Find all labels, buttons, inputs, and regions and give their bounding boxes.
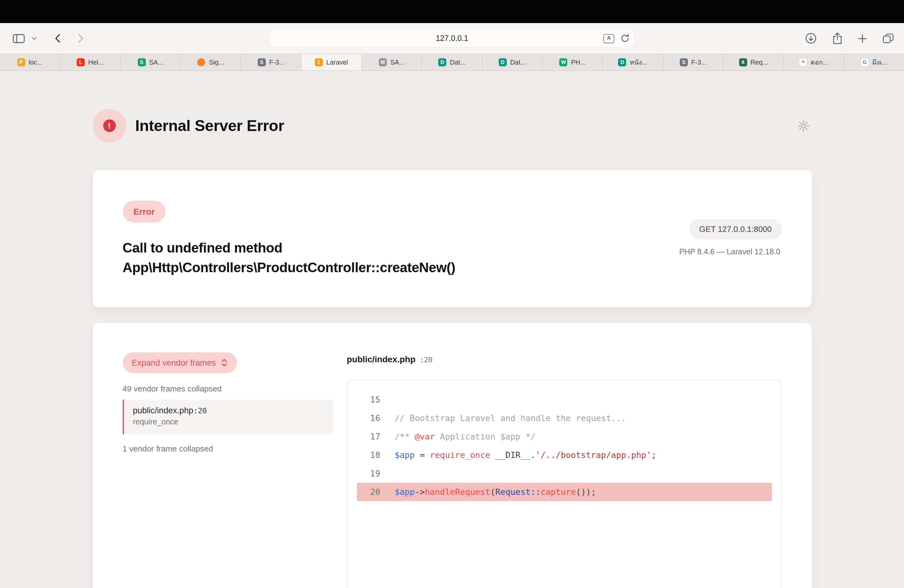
- laravel-favicon: L: [77, 58, 85, 66]
- tab-label: Dat...: [450, 59, 466, 66]
- s-gray-favicon: S: [680, 58, 687, 66]
- code-line: 19: [357, 464, 772, 482]
- plus-icon: [858, 34, 867, 43]
- browser-tab[interactable]: Dหนัง...: [603, 54, 663, 70]
- screen: 127.0.0.1 A: [0, 0, 904, 588]
- line-number: 15: [357, 390, 380, 409]
- expand-vendor-frames-button[interactable]: Expand vendor frames: [122, 352, 237, 373]
- browser-tab[interactable]: DDat...: [482, 54, 543, 70]
- page-background: ! Internal Server Error Error Call to un…: [0, 71, 904, 588]
- chevron-down-icon: [32, 36, 37, 40]
- tab-overview-button[interactable]: [880, 31, 896, 46]
- code-content: /** @var Application $app */: [395, 427, 535, 446]
- code-block: 1516// Bootstrap Laravel and handle the …: [347, 380, 782, 588]
- chevrons-up-down-icon: [221, 358, 228, 367]
- excel-favicon: X: [739, 58, 747, 66]
- error-header: ! Internal Server Error: [93, 109, 811, 142]
- code-file-header: public/index.php:20: [347, 354, 782, 364]
- theme-toggle-button[interactable]: [795, 117, 811, 134]
- browser-tab[interactable]: XReq...: [724, 54, 784, 70]
- browser-tab[interactable]: MSA...: [362, 54, 422, 70]
- tab-label: Req...: [750, 59, 768, 66]
- line-number: 19: [357, 464, 380, 482]
- code-line: 16// Bootstrap Laravel and handle the re…: [357, 409, 772, 427]
- browser-tab[interactable]: WPH...: [543, 54, 603, 70]
- code-content: // Bootstrap Laravel and handle the requ…: [395, 409, 626, 427]
- tab-label: ดอก...: [811, 57, 828, 68]
- tab-label: หนัง...: [630, 57, 647, 68]
- error-icon: !: [93, 109, 126, 142]
- browser-toolbar: 127.0.0.1 A: [0, 23, 904, 54]
- menu-bar: [0, 0, 904, 23]
- sun-icon: [797, 120, 809, 132]
- browser-tab[interactable]: 1Laravel: [302, 54, 362, 70]
- sidebar-icon: [13, 34, 25, 43]
- browser-tab[interactable]: SSA...: [120, 54, 181, 70]
- tab-label: มีงเ...: [872, 57, 887, 68]
- page-title: Internal Server Error: [135, 117, 284, 135]
- downloads-button[interactable]: [803, 30, 819, 47]
- forward-button[interactable]: [76, 31, 87, 46]
- line-number: 16: [357, 409, 380, 427]
- orange-dot-favicon: [198, 58, 205, 66]
- line-number: 17: [357, 427, 380, 446]
- red-chevrons-favicon: ^: [799, 58, 807, 66]
- code-panel: public/index.php:20 1516// Bootstrap Lar…: [347, 352, 782, 588]
- exception-message: Call to undefined method App\Http\Contro…: [122, 238, 781, 277]
- browser-tab[interactable]: SF-3...: [241, 54, 301, 70]
- share-button[interactable]: [830, 30, 845, 47]
- tab-label: Laravel: [326, 59, 348, 66]
- tabs-overview-icon: [883, 33, 894, 43]
- back-button[interactable]: [52, 31, 63, 46]
- browser-tab[interactable]: ^ดอก...: [784, 54, 844, 70]
- reload-button[interactable]: [621, 34, 629, 43]
- download-icon: [805, 32, 817, 44]
- s-green-favicon: S: [137, 58, 145, 66]
- back-chevron-icon: [54, 33, 60, 43]
- line-number: 20: [357, 482, 380, 501]
- google-favicon: G: [861, 58, 869, 66]
- code-file-name: public/index.php: [347, 354, 416, 364]
- frame-file-label: public/index.php:20: [133, 405, 324, 416]
- s-gray-favicon: S: [258, 58, 266, 66]
- tab-label: SA...: [390, 59, 405, 66]
- translate-icon[interactable]: A: [603, 34, 614, 43]
- tab-label: loc...: [28, 59, 43, 66]
- tab-label: Hel...: [88, 59, 104, 66]
- address-bar[interactable]: 127.0.0.1 A: [270, 30, 635, 47]
- sidebar-menu-button[interactable]: [30, 35, 40, 43]
- tab-label: SA...: [149, 59, 164, 66]
- tab-label: PH...: [571, 59, 586, 66]
- browser-tab[interactable]: LHel...: [60, 54, 120, 70]
- tab-label: Sig...: [209, 59, 224, 66]
- expand-vendor-frames-label: Expand vendor frames: [131, 358, 216, 368]
- versions-label: PHP 8.4.6 — Laravel 12.18.0: [679, 247, 781, 256]
- request-method-badge: GET 127.0.0.1:8000: [689, 219, 782, 239]
- tab-label: F-3...: [269, 59, 284, 66]
- error-card: Error Call to undefined method App\Http\…: [93, 170, 811, 307]
- stack-frame-item[interactable]: public/index.php:20 require_once: [122, 400, 333, 435]
- error-badge: Error: [122, 201, 166, 222]
- share-icon: [833, 32, 842, 44]
- tab-label: Dat...: [510, 59, 526, 66]
- code-content: $app = require_once __DIR__.'/../bootstr…: [395, 446, 656, 464]
- database-favicon: D: [618, 58, 626, 66]
- exception-message-line2: App\Http\Controllers\ProductController::…: [122, 258, 781, 277]
- browser-tab[interactable]: Ploc...: [0, 54, 60, 70]
- browser-tab[interactable]: Gมีงเ...: [844, 54, 904, 70]
- exclamation-icon: !: [103, 119, 115, 132]
- code-content: $app->handleRequest(Request::capture());: [395, 482, 596, 501]
- phpmyadmin-favicon: P: [17, 58, 25, 66]
- frame-method-label: require_once: [133, 417, 324, 426]
- tab-bar: Ploc...LHel...SSA...Sig...SF-3...1Larave…: [0, 54, 904, 71]
- sidebar-toggle-button[interactable]: [11, 32, 27, 45]
- vendor-frame-collapsed-label: 1 vendor frame collapsed: [122, 444, 333, 453]
- browser-tab[interactable]: DDat...: [422, 54, 482, 70]
- code-line: 18$app = require_once __DIR__.'/../boots…: [357, 446, 772, 464]
- trace-card: Expand vendor frames 49 vendor frames co…: [93, 323, 811, 588]
- address-url: 127.0.0.1: [436, 34, 468, 43]
- stack-trace-panel: Expand vendor frames 49 vendor frames co…: [122, 352, 333, 588]
- new-tab-button[interactable]: [856, 32, 869, 45]
- browser-tab[interactable]: Sig...: [181, 54, 241, 70]
- browser-tab[interactable]: SF-3...: [663, 54, 724, 70]
